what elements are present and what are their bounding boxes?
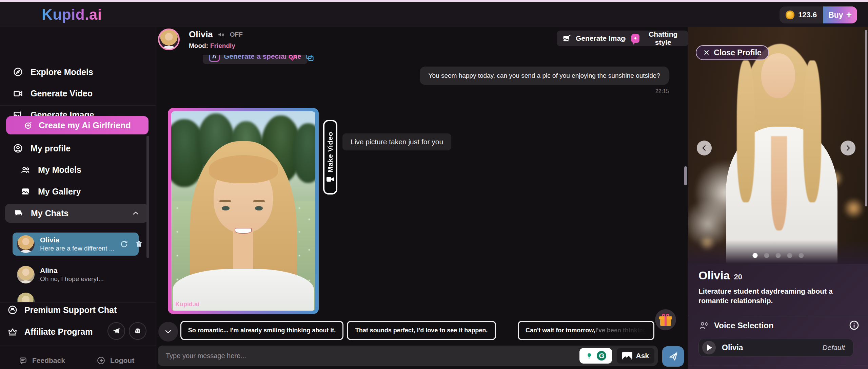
user-message-bubble: You seem happy today, can you send a pic… [420, 67, 669, 85]
feedback-button[interactable]: Feedback [19, 354, 65, 367]
voice-person-icon [698, 320, 709, 331]
app-logo[interactable]: Kupid.ai [42, 6, 102, 23]
sidebar-item-label: Generate Video [31, 89, 93, 98]
close-icon: ✕ [703, 48, 710, 57]
plus-sparkle-icon [24, 121, 33, 130]
trash-icon[interactable] [135, 240, 143, 248]
coin-icon [786, 11, 794, 19]
thumbs-down-button[interactable] [287, 55, 298, 63]
sidebar-item-my-models[interactable]: My Models [20, 163, 81, 177]
chevron-down-icon [163, 327, 173, 336]
make-video-button[interactable]: Make Video [323, 120, 337, 195]
sidebar-divider [0, 346, 156, 346]
collapse-replies-button[interactable] [158, 322, 178, 342]
refresh-icon[interactable] [120, 240, 129, 248]
voice-option-row[interactable]: Olivia Default [698, 339, 853, 356]
message-input[interactable] [166, 352, 575, 360]
buy-label: Buy [828, 11, 843, 20]
chat-item-name: Alina [40, 266, 104, 275]
compass-icon [13, 67, 23, 77]
info-icon [849, 320, 860, 331]
gallery-icon [20, 186, 31, 197]
chat-item-name: Olivia [40, 236, 114, 244]
copy-icon [305, 55, 315, 62]
sidebar-item-my-chats[interactable]: My Chats [5, 204, 148, 223]
plus-icon: + [846, 10, 852, 20]
close-profile-button[interactable]: ✕ Close Profile [696, 45, 769, 60]
telegram-button[interactable] [107, 322, 125, 340]
sidebar-item-affiliate-program[interactable]: Affiliate Program [7, 325, 93, 338]
camcorder-icon [326, 176, 334, 183]
create-ai-girlfriend-button[interactable]: Create my Ai Girlfriend [6, 116, 149, 134]
messages-scrollbar-thumb[interactable] [684, 166, 687, 185]
sidebar-item-premium-support[interactable]: Premium Support Chat [7, 303, 117, 317]
carousel-dot[interactable] [753, 253, 758, 258]
profile-age: 20 [734, 273, 742, 281]
chevron-left-icon [700, 144, 709, 152]
quick-reply-3-text: Can't wait for tomorrow, [526, 327, 595, 334]
a-badge-icon: A [209, 55, 220, 62]
carousel-dot[interactable] [799, 253, 804, 258]
generate-images-label: Generate Images [576, 34, 633, 42]
chat-item-preview: Oh no, I hope everyt... [40, 275, 104, 283]
voice-info-button[interactable] [849, 320, 860, 331]
chat-list: Olivia Here are a few different ... Alin… [0, 233, 156, 302]
chat-list-item-alina[interactable]: Alina Oh no, I hope everyt... [13, 263, 139, 286]
buy-button[interactable]: Buy + [823, 6, 857, 23]
feedback-icon [19, 356, 27, 365]
chatting-style-button[interactable]: ✦ Chatting style [626, 31, 688, 46]
live-picture-caption: Live picture taken just for you [342, 133, 451, 150]
sidebar-item-label: My Gallery [38, 187, 81, 197]
ask-button[interactable]: Ask [617, 348, 654, 364]
carousel-next-button[interactable] [841, 141, 855, 155]
app-window: Kupid.ai 123.6 Buy + Explore Models Gene… [0, 0, 868, 369]
message-timestamp: 22:15 [655, 88, 669, 94]
sidebar-item-my-gallery[interactable]: My Gallery [20, 185, 81, 198]
speaker-muted-icon[interactable] [217, 30, 226, 39]
image-icon [562, 34, 572, 43]
voice-name: Olivia [722, 343, 743, 352]
chat-list-item-olivia[interactable]: Olivia Here are a few different ... [13, 233, 139, 256]
sidebar-item-generate-video[interactable]: Generate Video [13, 87, 93, 100]
quick-reply-1[interactable]: So romantic... I'm already smiling think… [180, 321, 343, 340]
carousel-dot[interactable] [787, 253, 792, 258]
send-button[interactable] [662, 346, 684, 367]
thumbs-down-icon [287, 55, 297, 62]
copy-button[interactable] [304, 55, 316, 63]
play-icon [707, 345, 712, 351]
sidebar: Explore Models Generate Video Generate I… [0, 27, 156, 369]
sidebar-divider [0, 302, 156, 302]
sidebar-item-my-profile[interactable]: My profile [13, 142, 71, 155]
logout-button[interactable]: Logout [97, 354, 134, 367]
chatting-style-label: Chatting style [644, 30, 683, 47]
sidebar-item-explore-models[interactable]: Explore Models [13, 65, 93, 79]
chat-style-icon: ✦ [631, 34, 639, 43]
grammar-extension-button[interactable]: G [579, 348, 612, 364]
quick-reply-3[interactable]: Can't wait for tomorrow, I've been think… [518, 321, 654, 340]
sidebar-scrollbar-thumb[interactable] [146, 136, 149, 258]
carousel-prev-button[interactable] [697, 141, 712, 155]
chat-list-item-partial-avatar[interactable] [17, 293, 35, 302]
logout-label: Logout [110, 356, 134, 365]
chat-panel: Olivia OFF Mood:Friendly Generate Images… [156, 27, 688, 369]
carousel-dot[interactable] [764, 253, 769, 258]
create-ai-girlfriend-label: Create my Ai Girlfriend [39, 121, 131, 130]
g-extension-icon: G [596, 350, 607, 362]
sidebar-item-label: Affiliate Program [24, 327, 93, 337]
video-icon [13, 88, 23, 98]
ask-label: Ask [636, 352, 649, 360]
page-scrollbar-thumb[interactable] [865, 30, 867, 206]
voice-selection-title: Voice Selection [714, 321, 774, 330]
top-bar: Kupid.ai 123.6 Buy + [0, 2, 868, 27]
profile-name-row: Olivia 20 [698, 269, 742, 282]
ai-photo-message[interactable]: Kupid.ai [168, 108, 319, 314]
carousel-dot[interactable] [776, 253, 781, 258]
discord-button[interactable] [129, 322, 146, 340]
mood-label: Mood: [189, 42, 208, 49]
chat-item-preview: Here are a few different ... [40, 244, 114, 253]
chat-item-texts: Olivia Here are a few different ... [40, 236, 114, 253]
chat-header-avatar[interactable] [158, 29, 180, 50]
chats-icon [13, 208, 23, 218]
quick-reply-2[interactable]: That sounds perfect, I'd love to see it … [347, 321, 496, 340]
play-voice-button[interactable] [702, 341, 716, 354]
